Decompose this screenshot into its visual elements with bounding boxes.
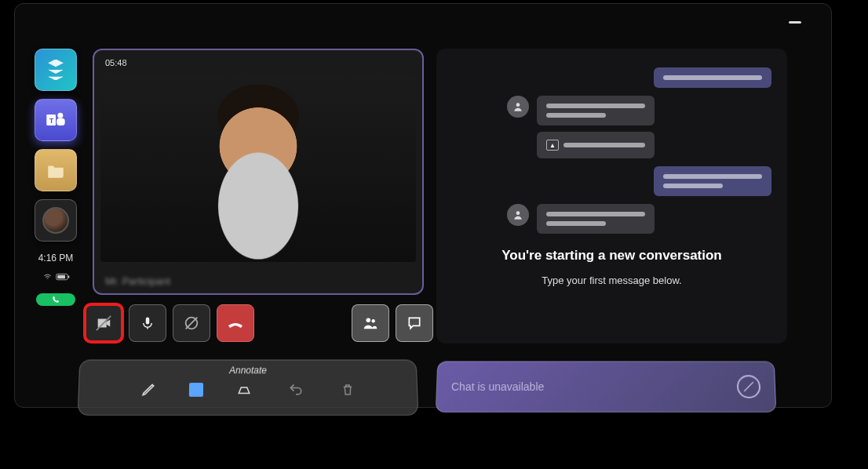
sidebar-app-contact[interactable] (35, 199, 77, 242)
camera-toggle-button[interactable] (85, 304, 122, 342)
chat-input-placeholder: Chat is unavailable (451, 380, 545, 393)
call-timer: 05:48 (105, 58, 127, 67)
remote-participant-video (100, 75, 416, 262)
chat-heading: You're starting a new conversation (452, 248, 771, 264)
svg-point-12 (371, 319, 374, 322)
svg-point-11 (367, 318, 371, 323)
svg-rect-8 (146, 318, 150, 325)
sample-bubble (537, 96, 655, 125)
ongoing-call-badge[interactable] (36, 293, 75, 306)
chat-input-bar: Chat is unavailable (436, 362, 776, 413)
contact-avatar-icon (42, 207, 69, 234)
camera-off-icon (95, 314, 112, 332)
annotate-undo-button[interactable] (285, 379, 307, 401)
annotate-marker-button[interactable] (189, 383, 203, 397)
sidebar-app-teams[interactable]: T (35, 99, 77, 141)
system-clock: 4:16 PM (38, 253, 74, 264)
send-disabled-icon (742, 380, 757, 394)
annotate-title: Annotate (80, 365, 417, 376)
blur-off-icon (183, 314, 200, 332)
battery-icon (56, 273, 70, 281)
annotate-toolbar: Annotate (78, 360, 419, 416)
chat-panel: ▲ You're starting a new conversation Typ… (436, 49, 787, 344)
chat-icon (407, 315, 422, 331)
avatar-icon (507, 204, 529, 226)
pen-icon (140, 382, 156, 398)
people-button[interactable] (352, 304, 389, 342)
chat-subheading: Type your first message below. (452, 274, 771, 286)
minimize-button[interactable] (789, 21, 801, 24)
annotate-pen-button[interactable] (137, 379, 160, 401)
svg-rect-3 (57, 118, 65, 125)
undo-icon (288, 382, 304, 398)
participant-name-label: Mr. Participant (94, 268, 422, 293)
people-icon (362, 314, 379, 332)
avatar-icon (507, 96, 529, 118)
background-blur-button[interactable] (173, 304, 210, 342)
svg-rect-6 (67, 276, 69, 278)
image-icon: ▲ (546, 140, 559, 151)
wifi-icon (42, 273, 53, 281)
annotate-stamp-button[interactable] (233, 379, 255, 401)
chat-placeholder-illustration: ▲ (452, 67, 771, 234)
svg-point-2 (57, 113, 63, 118)
sample-bubble: ▲ (537, 132, 655, 158)
hangup-button[interactable] (217, 304, 254, 342)
phone-icon (52, 296, 60, 304)
trash-icon (341, 382, 355, 398)
sample-bubble (537, 204, 655, 234)
stamp-icon (235, 383, 253, 397)
annotate-delete-button[interactable] (337, 379, 359, 401)
svg-point-14 (516, 211, 520, 215)
svg-point-13 (516, 103, 520, 107)
chat-toggle-button[interactable] (396, 304, 433, 342)
svg-line-16 (744, 382, 753, 391)
sidebar-app-system[interactable] (35, 49, 77, 91)
send-disabled-button (737, 375, 761, 398)
svg-rect-5 (57, 275, 65, 279)
mic-toggle-button[interactable] (129, 304, 166, 342)
hangup-icon (226, 314, 245, 333)
app-sidebar: T 4:16 PM (33, 49, 78, 306)
mic-icon (140, 314, 155, 332)
call-controls (85, 304, 433, 342)
svg-text:T: T (49, 117, 54, 125)
system-status-icons (42, 273, 70, 281)
video-feed: 05:48 Mr. Participant (93, 49, 424, 295)
sample-bubble (654, 166, 771, 196)
sample-bubble (654, 67, 771, 88)
sidebar-app-files[interactable] (35, 149, 77, 191)
